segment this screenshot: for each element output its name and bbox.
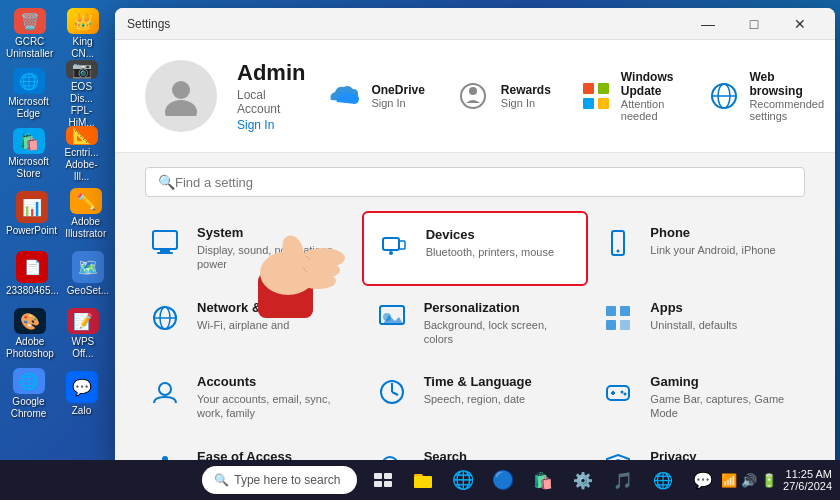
time_language-icon: [374, 374, 410, 410]
desktop-icon-gcrc[interactable]: 🗑️ GCRCUninstaller: [3, 5, 56, 63]
svg-rect-54: [384, 473, 392, 479]
desktop-icon-powerpoint[interactable]: 📊 PowerPoint: [3, 185, 60, 243]
apps-title: Apps: [650, 300, 803, 315]
desktop: 🗑️ GCRCUninstaller 👑 King CN... 🌐 Micros…: [0, 0, 840, 500]
profile-signin-link[interactable]: Sign In: [237, 118, 305, 132]
time_language-desc: Speech, region, date: [424, 392, 577, 406]
settings-item-system[interactable]: System Display, sound, notifications, po…: [135, 211, 362, 286]
taskbar-search-icon: 🔍: [214, 473, 228, 487]
windows-update-sub: Attention needed: [621, 98, 680, 122]
svg-point-16: [389, 251, 393, 255]
maximize-button[interactable]: □: [731, 8, 777, 40]
personalization-icon: [374, 300, 410, 336]
minimize-button[interactable]: —: [685, 8, 731, 40]
taskbar-time: 11:25 AM: [783, 468, 832, 480]
web-browsing-name: Web browsing: [749, 70, 830, 98]
taskbar-search[interactable]: 🔍 Type here to search: [202, 466, 357, 494]
window-title: Settings: [127, 17, 685, 31]
find-setting-input[interactable]: [175, 175, 792, 190]
svg-point-1: [165, 100, 197, 116]
personalization-desc: Background, lock screen, colors: [424, 318, 577, 347]
svg-point-35: [621, 391, 624, 394]
settings-item-accounts[interactable]: Accounts Your accounts, email, sync, wor…: [135, 360, 362, 435]
svg-rect-26: [606, 320, 616, 330]
service-web-browsing[interactable]: Web browsing Recommended settings: [709, 70, 830, 122]
taskbar-file-explorer[interactable]: [405, 462, 441, 498]
settings-item-network[interactable]: Network & Internet Wi-Fi, airplane and: [135, 286, 362, 361]
onedrive-icon: [325, 78, 361, 114]
settings-item-devices[interactable]: Devices Bluetooth, printers, mouse: [362, 211, 589, 286]
desktop-icon-edge[interactable]: 🌐 MicrosoftEdge: [3, 65, 54, 123]
desktop-icon-king[interactable]: 👑 King CN...: [58, 5, 107, 63]
svg-rect-25: [620, 306, 630, 316]
system-desc: Display, sound, notifications, power: [197, 243, 350, 272]
settings-item-gaming[interactable]: Gaming Game Bar, captures, Game Mode: [588, 360, 815, 435]
desktop-icon-adobe-ill[interactable]: ✏️ AdobeIllustrator: [62, 185, 109, 243]
svg-rect-56: [384, 481, 392, 487]
apps-desc: Uninstall, defaults: [650, 318, 803, 332]
profile-account-type: Local Account: [237, 88, 305, 116]
desktop-icon-ps[interactable]: 🎨 AdobePhotoshop: [3, 305, 57, 363]
desktop-icon-ecntri[interactable]: 📐 Ecntri...Adobe-Ill...: [56, 125, 107, 183]
taskbar-zalo[interactable]: 💬: [685, 462, 721, 498]
settings-content: Admin Local Account Sign In OneDri: [115, 40, 835, 468]
desktop-icon-ms[interactable]: 🛍️ MicrosoftStore: [3, 125, 54, 183]
settings-item-personalization[interactable]: Personalization Background, lock screen,…: [362, 286, 589, 361]
taskbar-chrome[interactable]: 🔵: [485, 462, 521, 498]
taskbar-extra[interactable]: 🎵: [605, 462, 641, 498]
service-onedrive[interactable]: OneDrive Sign In: [325, 70, 424, 122]
svg-rect-27: [620, 320, 630, 330]
devices-icon: [376, 227, 412, 263]
settings-item-phone[interactable]: Phone Link your Android, iPhone: [588, 211, 815, 286]
taskbar-chrome2[interactable]: 🌐: [645, 462, 681, 498]
svg-rect-13: [157, 252, 173, 254]
desktop-icon-zalo[interactable]: 💬 Zalo: [56, 365, 107, 423]
taskbar-settings[interactable]: ⚙️: [565, 462, 601, 498]
desktop-icon-eos[interactable]: 📷 EOS Dis...FPL-HiM...: [56, 65, 107, 123]
title-bar: Settings — □ ✕: [115, 8, 835, 40]
settings-item-apps[interactable]: Apps Uninstall, defaults: [588, 286, 815, 361]
svg-point-3: [469, 87, 477, 95]
system-title: System: [197, 225, 350, 240]
svg-point-18: [617, 250, 620, 253]
taskbar: 🔍 Type here to search 🌐: [0, 460, 840, 500]
taskbar-date: 27/6/2024: [783, 480, 832, 492]
avatar: [145, 60, 217, 132]
network-desc: Wi-Fi, airplane and: [197, 318, 350, 332]
gaming-icon: [600, 374, 636, 410]
phone-title: Phone: [650, 225, 803, 240]
svg-rect-6: [583, 98, 594, 109]
sound-tray-icon: 🔊: [741, 473, 757, 488]
time_language-title: Time & Language: [424, 374, 577, 389]
desktop-icon-num[interactable]: 📄 23380465...: [3, 245, 62, 303]
service-windows-update[interactable]: Windows Update Attention needed: [581, 70, 680, 122]
svg-rect-55: [374, 481, 382, 487]
svg-rect-57: [414, 476, 432, 488]
phone-icon: [600, 225, 636, 261]
gaming-title: Gaming: [650, 374, 803, 389]
taskbar-search-label: Type here to search: [234, 473, 340, 487]
taskbar-task-view[interactable]: [365, 462, 401, 498]
svg-rect-5: [598, 83, 609, 94]
network-icon: [147, 300, 183, 336]
devices-desc: Bluetooth, printers, mouse: [426, 245, 575, 259]
service-rewards[interactable]: Rewards Sign In: [455, 70, 551, 122]
desktop-icon-geoset[interactable]: 🗺️ GeoSet...: [64, 245, 112, 303]
personalization-title: Personalization: [424, 300, 577, 315]
desktop-icon-wps2[interactable]: 📝 WPS Off...: [59, 305, 107, 363]
svg-rect-24: [606, 306, 616, 316]
settings-item-time_language[interactable]: Time & Language Speech, region, date: [362, 360, 589, 435]
settings-grid: System Display, sound, notifications, po…: [115, 211, 835, 468]
desktop-icons-panel: 🗑️ GCRCUninstaller 👑 King CN... 🌐 Micros…: [0, 0, 110, 460]
system-tray: 📶 🔊 🔋: [721, 473, 777, 488]
profile-services: OneDrive Sign In: [325, 70, 830, 122]
accounts-title: Accounts: [197, 374, 350, 389]
desktop-icon-chrome[interactable]: 🌐 GoogleChrome: [3, 365, 54, 423]
user-icon: [161, 76, 201, 116]
taskbar-store[interactable]: 🛍️: [525, 462, 561, 498]
taskbar-right: 📶 🔊 🔋 11:25 AM 27/6/2024: [721, 468, 840, 492]
taskbar-edge[interactable]: 🌐: [445, 462, 481, 498]
svg-rect-7: [598, 98, 609, 109]
network-title: Network & Internet: [197, 300, 350, 315]
close-button[interactable]: ✕: [777, 8, 823, 40]
